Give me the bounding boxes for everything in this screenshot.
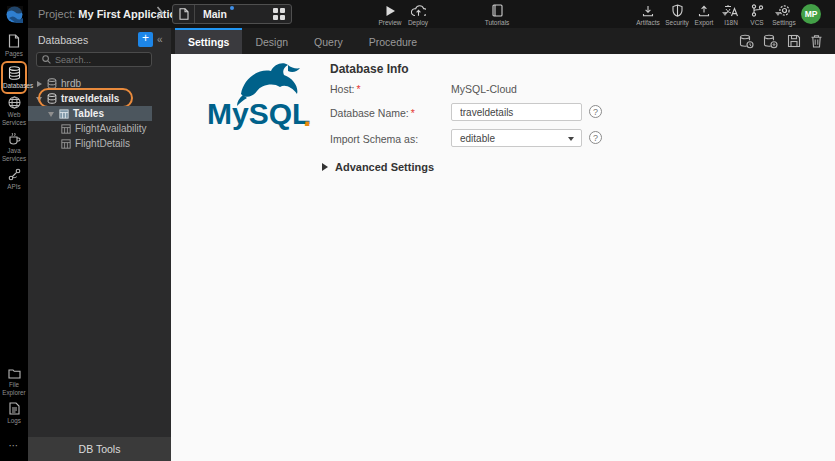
book-icon (480, 3, 514, 17)
host-value: MySQL-Cloud (451, 83, 517, 95)
more-options-icon[interactable]: ⋯ (0, 440, 28, 453)
page-doc-icon (173, 5, 195, 23)
user-avatar[interactable]: MP (801, 4, 821, 24)
tab-settings[interactable]: Settings (175, 28, 242, 54)
chevron-down-icon[interactable] (36, 97, 42, 102)
gear-icon (767, 3, 801, 17)
tree-item-flightdetails[interactable]: FlightDetails (28, 136, 171, 151)
table-icon (59, 109, 69, 119)
tree-item-tables[interactable]: Tables (28, 106, 152, 121)
svg-text:.: . (303, 99, 311, 132)
databases-panel: Databases + « hrdb traveldetails (28, 28, 171, 461)
settings-button[interactable]: Settings (767, 3, 801, 27)
search-box (36, 52, 152, 67)
breadcrumb-chevron-icon (156, 6, 164, 20)
log-file-icon (0, 402, 28, 415)
help-icon[interactable]: ? (589, 131, 602, 144)
project-label: Project: (38, 8, 75, 20)
mysql-logo: MySQL . (203, 60, 313, 132)
chevron-down-icon (568, 137, 574, 141)
save-icon[interactable] (787, 34, 801, 48)
search-icon (42, 55, 51, 64)
host-label: Host:* (330, 83, 361, 95)
database-icon (47, 78, 57, 89)
project-name: My First Application (78, 8, 183, 20)
svg-text:MySQL: MySQL (207, 97, 310, 130)
coffee-cup-icon (0, 132, 28, 145)
brand-icon (6, 6, 23, 23)
document-toolbar (739, 28, 823, 54)
add-database-button[interactable]: + (138, 32, 153, 47)
deploy-button[interactable]: Deploy (401, 3, 435, 27)
database-tree: hrdb traveldetails Tables FlightAvailabi… (28, 76, 171, 151)
import-schema-select[interactable]: editable (451, 129, 582, 147)
table-icon (61, 124, 71, 134)
help-icon[interactable]: ? (589, 105, 602, 118)
sidebar-item-apis[interactable]: APIs (0, 168, 28, 191)
top-bar: Project: My First Application Main Previ… (0, 0, 835, 28)
chevron-right-icon[interactable] (37, 81, 42, 87)
folder-icon (0, 368, 28, 379)
settings-content: MySQL . Database Info Host:* MySQL-Cloud… (171, 54, 835, 461)
tutorials-button[interactable]: Tutorials (480, 3, 514, 27)
api-connector-icon (0, 168, 28, 181)
db-tools-button[interactable]: DB Tools (28, 437, 171, 461)
page-icon (0, 34, 28, 48)
chevron-right-icon (322, 163, 328, 171)
current-page-name: Main (203, 8, 227, 20)
wavemaker-logo[interactable] (0, 0, 28, 28)
tab-procedure[interactable]: Procedure (356, 28, 430, 54)
required-asterisk: * (411, 107, 415, 119)
tree-item-hrdb[interactable]: hrdb (28, 76, 171, 91)
panel-header: Databases + « (28, 28, 171, 52)
sidebar-item-web-services[interactable]: Web Services (0, 96, 28, 127)
advanced-settings-toggle[interactable]: Advanced Settings (322, 161, 434, 173)
table-icon (61, 139, 71, 149)
tree-item-flightavailability[interactable]: FlightAvailability (28, 121, 171, 136)
search-input[interactable] (55, 55, 151, 65)
sidebar-item-file-explorer[interactable]: File Explorer (0, 368, 28, 397)
required-asterisk: * (357, 83, 361, 95)
left-nav-rail: Pages Databases Web Services Java Servic… (0, 28, 28, 461)
panel-title: Databases (38, 34, 88, 46)
tab-design[interactable]: Design (242, 28, 301, 54)
collapse-panel-icon[interactable]: « (157, 33, 163, 46)
sidebar-item-java-services[interactable]: Java Services (0, 132, 28, 163)
database-icon (3, 66, 25, 80)
database-icon (47, 93, 57, 104)
database-name-input[interactable] (451, 103, 582, 121)
sidebar-item-pages[interactable]: Pages (0, 34, 28, 58)
tab-bar: Settings Design Query Procedure (171, 28, 835, 54)
chevron-down-icon[interactable] (48, 112, 54, 117)
unsaved-indicator (230, 6, 234, 10)
page-grid-icon[interactable] (273, 8, 285, 20)
tab-query[interactable]: Query (301, 28, 356, 54)
sidebar-item-logs[interactable]: Logs (0, 402, 28, 425)
tree-item-traveldetails[interactable]: traveldetails (28, 91, 171, 106)
page-selector[interactable]: Main (172, 4, 292, 24)
workspace: Settings Design Query Procedure (171, 28, 835, 461)
page-title: Database Info (330, 62, 409, 76)
sidebar-item-databases[interactable]: Databases (1, 61, 27, 94)
delete-icon[interactable] (810, 34, 823, 48)
update-db-icon[interactable] (763, 34, 778, 49)
reimport-db-icon[interactable] (739, 34, 754, 49)
cloud-upload-icon (401, 3, 435, 17)
import-schema-label: Import Schema as: (330, 133, 418, 145)
database-name-label: Database Name:* (330, 107, 415, 119)
globe-icon (0, 96, 28, 109)
